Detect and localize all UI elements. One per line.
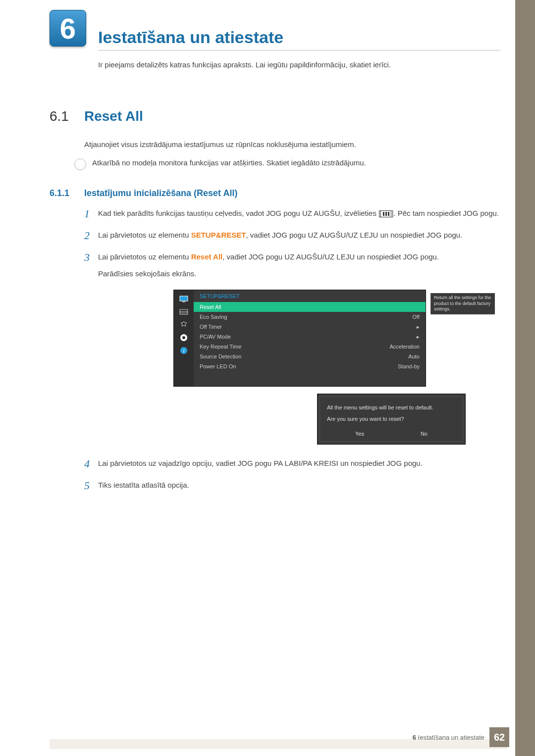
osd-row-pcav-mode: PC/AV Mode▸ [194,332,426,342]
step-number: 5 [84,479,98,492]
step-3-bold: Reset All [191,252,223,261]
osd-label: Reset All [200,304,221,310]
step-2-bold: SETUP&RESET [191,231,246,239]
step-2-text-b: , vadiet JOG pogu UZ AUGŠU/UZ LEJU un no… [246,231,462,239]
dialog-inner: All the menu settings will be reset to d… [320,396,463,442]
section-heading: 6.1 Reset All [50,108,500,124]
right-margin-bar [515,0,535,756]
svg-text:i: i [183,348,184,353]
subsection-heading: 6.1.1 Iestatījumu inicializēšana (Reset … [50,188,500,199]
osd-value: ▸ [417,324,420,330]
svg-rect-1 [182,302,185,302]
step-4: 4 Lai pārvietotos uz vajadzīgo opciju, v… [84,457,500,470]
step-text: Tiks iestatīta atlasītā opcija. [98,479,189,491]
dialog-line-2: Are you sure you want to reset? [327,415,456,423]
step-2: 2 Lai pārvietotos uz elementu SETUP&RESE… [84,229,500,242]
footer-text: 6 Iestatīšana un atiestate [413,734,484,741]
footer-chapter-num: 6 [413,734,416,741]
step-text: Lai pārvietotos uz elementu Reset All, v… [98,251,439,280]
osd-row-power-led: Power LED OnStand-by [194,361,426,371]
screen-icon [179,308,189,316]
picture-icon [179,295,189,303]
page-content: 6 Iestatīšana un atiestate Ir pieejams d… [0,0,535,492]
osd-row-reset-all: Reset All [194,302,426,312]
step-3-text-c: Parādīsies sekojošais ekrāns. [98,269,196,278]
osd-label: Eco Saving [200,314,227,320]
dialog-no-button: No [421,431,428,437]
info-icon: i [179,347,189,354]
chapter-badge: 6 [50,10,86,47]
osd-label: Source Detection [200,353,241,359]
step-number: 3 [84,251,98,264]
step-number: 4 [84,457,98,470]
step-text: Lai pārvietotos uz vajadzīgo opciju, vad… [98,457,423,469]
dialog-yes-button: Yes [355,431,364,437]
osd-row-source-detection: Source DetectionAuto [194,352,426,361]
osd-value: Off [413,314,420,320]
step-3: 3 Lai pārvietotos uz elementu Reset All,… [84,251,500,280]
options-icon [179,321,189,329]
dialog-buttons: Yes No [327,426,456,440]
osd-help-text: Return all the settings for the product … [430,293,495,314]
osd-menu-list: SETUP&RESET Reset All Eco SavingOff Off … [194,290,426,386]
osd-value: Stand-by [398,363,420,369]
note-row: Atkarībā no modeļa monitora funkcijas va… [74,158,500,170]
osd-row-key-repeat: Key Repeat TimeAcceleration [194,342,426,352]
confirm-dialog: All the menu settings will be reset to d… [317,394,466,445]
section-number: 6.1 [50,108,84,124]
settings-icon [179,334,189,342]
steps-list: 1 Kad tiek parādīts funkcijas taustiņu c… [84,207,500,280]
steps-list-2: 4 Lai pārvietotos uz vajadzīgo opciju, v… [84,457,500,492]
note-text: Atkarībā no modeļa monitora funkcijas va… [92,158,366,167]
step-text: Kad tiek parādīts funkcijas taustiņu ceļ… [98,207,499,219]
page-footer: 6 Iestatīšana un atiestate 62 [0,727,515,747]
step-1: 1 Kad tiek parādīts funkcijas taustiņu c… [84,207,500,220]
osd-main-panel: i SETUP&RESET Reset All Eco SavingOff Of… [173,290,426,387]
footer-chapter-title: Iestatīšana un atiestate [418,734,484,741]
subsection-number: 6.1.1 [50,188,84,199]
step-5: 5 Tiks iestatīta atlasītā opcija. [84,479,500,492]
section-paragraph: Atjaunojiet visus izstrādājuma iestatīju… [84,140,500,149]
section-title: Reset All [84,108,143,124]
step-number: 1 [84,207,98,220]
step-3-text-a: Lai pārvietotos uz elementu [98,252,191,261]
dialog-line-1: All the menu settings will be reset to d… [327,403,456,412]
menu-icon [380,210,391,217]
osd-value: Auto [408,353,420,359]
chapter-subtitle: Ir pieejams detalizēts katras funkcijas … [98,60,500,69]
osd-label: Off Timer [200,324,222,330]
step-1-text-a: Kad tiek parādīts funkcijas taustiņu ceļ… [98,209,380,217]
osd-row-off-timer: Off Timer▸ [194,322,426,332]
osd-row-eco-saving: Eco SavingOff [194,312,426,322]
osd-value: Acceleration [389,344,420,350]
osd-screenshot: i SETUP&RESET Reset All Eco SavingOff Of… [173,290,500,445]
osd-sidebar: i [174,290,194,386]
page-number: 62 [489,727,509,747]
svg-point-6 [182,336,185,339]
osd-value: ▸ [417,334,420,340]
subsection-title: Iestatījumu inicializēšana (Reset All) [84,188,237,199]
osd-label: Key Repeat Time [200,344,241,350]
step-2-text-a: Lai pārvietotos uz elementu [98,231,191,239]
svg-rect-0 [180,296,188,301]
step-3-text-b: , vadiet JOG pogu UZ AUGŠU/UZ LEJU un no… [222,252,439,261]
step-1-text-b: ]. Pēc tam nospiediet JOG pogu. [391,209,499,217]
step-text: Lai pārvietotos uz elementu SETUP&RESET,… [98,229,462,241]
svg-rect-2 [180,309,188,314]
osd-menu-header: SETUP&RESET [194,290,426,302]
chapter-title: Iestatīšana un atiestate [98,15,500,50]
step-number: 2 [84,229,98,242]
osd-label: Power LED On [200,363,236,369]
note-icon [74,158,86,170]
osd-label: PC/AV Mode [200,334,231,340]
